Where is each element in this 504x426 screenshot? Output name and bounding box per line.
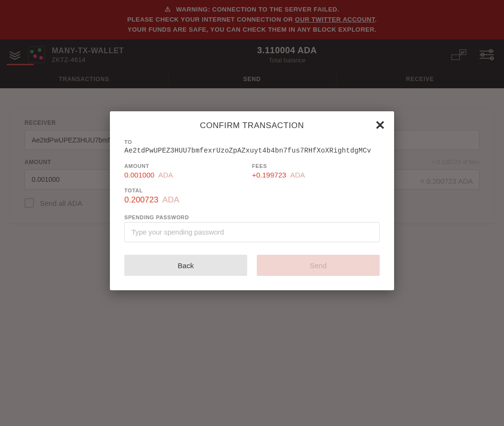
modal-total-unit: ADA (162, 195, 179, 204)
modal-fees-unit: ADA (290, 171, 305, 179)
spending-password-input[interactable] (124, 222, 380, 242)
modal-amount-label: AMOUNT (124, 163, 252, 169)
modal-amount-unit: ADA (158, 171, 173, 179)
password-label: SPENDING PASSWORD (124, 214, 380, 220)
to-address: Ae2tdPwUPEZ3HUU7bmfexrUzoZpAZxuyt4b4bn7f… (124, 147, 380, 154)
modal-fees-label: FEES (252, 163, 380, 169)
modal-total-label: TOTAL (124, 188, 380, 193)
modal-title: CONFIRM TRANSACTION (124, 121, 380, 130)
send-button[interactable]: Send (257, 255, 380, 276)
to-label: TO (124, 139, 380, 145)
modal-total-value: 0.200723 (124, 195, 158, 204)
modal-amount-value: 0.001000 (124, 171, 155, 179)
modal-fees-value: +0.199723 (252, 171, 286, 179)
close-icon[interactable]: ✕ (375, 119, 385, 131)
back-button[interactable]: Back (124, 255, 247, 276)
confirm-transaction-modal: CONFIRM TRANSACTION ✕ TO Ae2tdPwUPEZ3HUU… (110, 111, 394, 290)
